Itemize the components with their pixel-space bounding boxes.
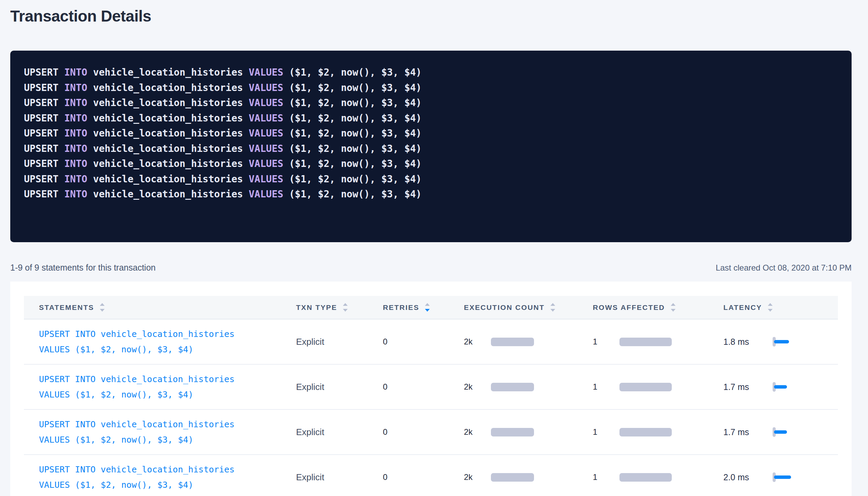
rows-affected-bar bbox=[619, 473, 672, 482]
execution-count-bar bbox=[491, 473, 534, 482]
latency-value: 1.7 ms bbox=[723, 427, 773, 437]
table-row: UPSERT INTO vehicle_location_histories V… bbox=[24, 455, 838, 496]
sql-keyword-upsert: UPSERT bbox=[24, 128, 58, 139]
sql-keyword-upsert: UPSERT bbox=[24, 113, 58, 124]
statement-line-2: VALUES ($1, $2, now(), $3, $4) bbox=[39, 432, 296, 447]
sql-keyword-values: VALUES bbox=[249, 113, 283, 124]
rows-affected-value: 1 bbox=[593, 427, 619, 437]
sql-args: ($1, $2, now(), $3, $4) bbox=[289, 143, 422, 154]
execution-count-value: 2k bbox=[464, 337, 491, 347]
sort-arrows-icon bbox=[100, 303, 105, 312]
sql-args: ($1, $2, now(), $3, $4) bbox=[289, 188, 422, 200]
sql-keyword-values: VALUES bbox=[249, 188, 283, 200]
latency-value: 1.7 ms bbox=[723, 382, 773, 392]
sql-keyword-values: VALUES bbox=[249, 97, 283, 108]
sql-keyword-upsert: UPSERT bbox=[24, 97, 58, 108]
rows-affected-cell: 1 bbox=[593, 472, 723, 482]
sql-statement-line: UPSERT INTO vehicle_location_histories V… bbox=[24, 65, 838, 80]
sql-keyword-into: INTO bbox=[64, 158, 87, 169]
column-header-label: EXECUTION COUNT bbox=[464, 303, 545, 312]
sort-arrows-icon bbox=[671, 303, 676, 312]
table-meta-row: 1-9 of 9 statements for this transaction… bbox=[10, 263, 852, 273]
latency-bar-chart bbox=[773, 337, 810, 347]
latency-cell: 1.8 ms bbox=[723, 337, 838, 347]
column-header-txn-type[interactable]: TXN TYPE bbox=[296, 303, 383, 312]
retries-value: 0 bbox=[383, 382, 464, 392]
sql-args: ($1, $2, now(), $3, $4) bbox=[289, 173, 422, 185]
statement-line-2: VALUES ($1, $2, now(), $3, $4) bbox=[39, 477, 296, 493]
column-header-label: ROWS AFFECTED bbox=[593, 303, 665, 312]
sort-arrows-icon bbox=[425, 303, 430, 312]
sql-keyword-upsert: UPSERT bbox=[24, 188, 58, 200]
statement-link[interactable]: UPSERT INTO vehicle_location_histories V… bbox=[24, 462, 296, 493]
sql-statement-line: UPSERT INTO vehicle_location_histories V… bbox=[24, 111, 838, 126]
sql-statement-line: UPSERT INTO vehicle_location_histories V… bbox=[24, 156, 838, 172]
table-row: UPSERT INTO vehicle_location_histories V… bbox=[24, 410, 838, 455]
column-header-latency[interactable]: LATENCY bbox=[723, 303, 838, 312]
sql-keyword-upsert: UPSERT bbox=[24, 158, 58, 169]
table-header-row: STATEMENTS TXN TYPE RETRIES EXECUTION CO… bbox=[24, 296, 838, 319]
statement-link[interactable]: UPSERT INTO vehicle_location_histories V… bbox=[24, 417, 296, 447]
txn-type-value: Explicit bbox=[296, 472, 383, 483]
statements-table-card: STATEMENTS TXN TYPE RETRIES EXECUTION CO… bbox=[10, 282, 852, 496]
statement-link[interactable]: UPSERT INTO vehicle_location_histories V… bbox=[24, 371, 296, 402]
sql-keyword-into: INTO bbox=[64, 82, 87, 93]
latency-bar bbox=[774, 430, 787, 434]
execution-count-cell: 2k bbox=[464, 472, 593, 482]
sql-keyword-values: VALUES bbox=[249, 128, 283, 139]
column-header-label: LATENCY bbox=[723, 303, 762, 312]
statement-line-1: UPSERT INTO vehicle_location_histories bbox=[39, 371, 296, 387]
sql-keyword-into: INTO bbox=[64, 97, 87, 108]
sql-keyword-upsert: UPSERT bbox=[24, 173, 58, 185]
sql-table-name: vehicle_location_histories bbox=[93, 188, 243, 200]
txn-type-value: Explicit bbox=[296, 337, 383, 347]
latency-cell: 1.7 ms bbox=[723, 382, 838, 392]
sort-arrows-icon bbox=[768, 303, 773, 312]
execution-count-value: 2k bbox=[464, 472, 491, 482]
rows-affected-bar bbox=[619, 428, 672, 436]
column-header-label: RETRIES bbox=[383, 303, 419, 312]
sql-statement-line: UPSERT INTO vehicle_location_histories V… bbox=[24, 126, 838, 141]
execution-count-bar bbox=[491, 383, 534, 391]
sql-keyword-into: INTO bbox=[64, 128, 87, 139]
latency-bar-chart bbox=[773, 472, 810, 482]
column-header-retries[interactable]: RETRIES bbox=[383, 303, 464, 312]
column-header-execution-count[interactable]: EXECUTION COUNT bbox=[464, 303, 593, 312]
statement-line-2: VALUES ($1, $2, now(), $3, $4) bbox=[39, 387, 296, 402]
sql-table-name: vehicle_location_histories bbox=[93, 67, 243, 78]
sql-table-name: vehicle_location_histories bbox=[93, 173, 243, 185]
sql-keyword-values: VALUES bbox=[249, 67, 283, 78]
latency-bar bbox=[774, 385, 787, 389]
sql-keyword-values: VALUES bbox=[249, 173, 283, 185]
statement-line-1: UPSERT INTO vehicle_location_histories bbox=[39, 462, 296, 477]
sql-args: ($1, $2, now(), $3, $4) bbox=[289, 113, 422, 124]
sql-statement-line: UPSERT INTO vehicle_location_histories V… bbox=[24, 172, 838, 187]
page-title: Transaction Details bbox=[10, 7, 852, 25]
column-header-statements[interactable]: STATEMENTS bbox=[24, 303, 296, 312]
sql-keyword-upsert: UPSERT bbox=[24, 143, 58, 154]
latency-bar bbox=[774, 475, 791, 479]
statement-link[interactable]: UPSERT INTO vehicle_location_histories V… bbox=[24, 326, 296, 357]
table-row: UPSERT INTO vehicle_location_histories V… bbox=[24, 319, 838, 365]
sql-keyword-values: VALUES bbox=[249, 82, 283, 93]
latency-bar bbox=[774, 340, 789, 343]
execution-count-value: 2k bbox=[464, 427, 491, 437]
retries-value: 0 bbox=[383, 427, 464, 437]
latency-bar-chart bbox=[773, 382, 810, 392]
rows-affected-cell: 1 bbox=[593, 382, 723, 392]
rows-affected-value: 1 bbox=[593, 337, 619, 347]
table-row: UPSERT INTO vehicle_location_histories V… bbox=[24, 365, 838, 410]
rows-affected-bar bbox=[619, 338, 672, 346]
txn-type-value: Explicit bbox=[296, 382, 383, 392]
latency-cell: 2.0 ms bbox=[723, 472, 838, 482]
sql-args: ($1, $2, now(), $3, $4) bbox=[289, 128, 422, 139]
retries-value: 0 bbox=[383, 337, 464, 347]
statement-line-1: UPSERT INTO vehicle_location_histories bbox=[39, 417, 296, 432]
execution-count-cell: 2k bbox=[464, 337, 593, 347]
execution-count-bar bbox=[491, 428, 534, 436]
column-header-rows-affected[interactable]: ROWS AFFECTED bbox=[593, 303, 723, 312]
sql-table-name: vehicle_location_histories bbox=[93, 128, 243, 139]
sql-keyword-into: INTO bbox=[64, 113, 87, 124]
statement-line-2: VALUES ($1, $2, now(), $3, $4) bbox=[39, 342, 296, 357]
sql-keyword-into: INTO bbox=[64, 67, 87, 78]
